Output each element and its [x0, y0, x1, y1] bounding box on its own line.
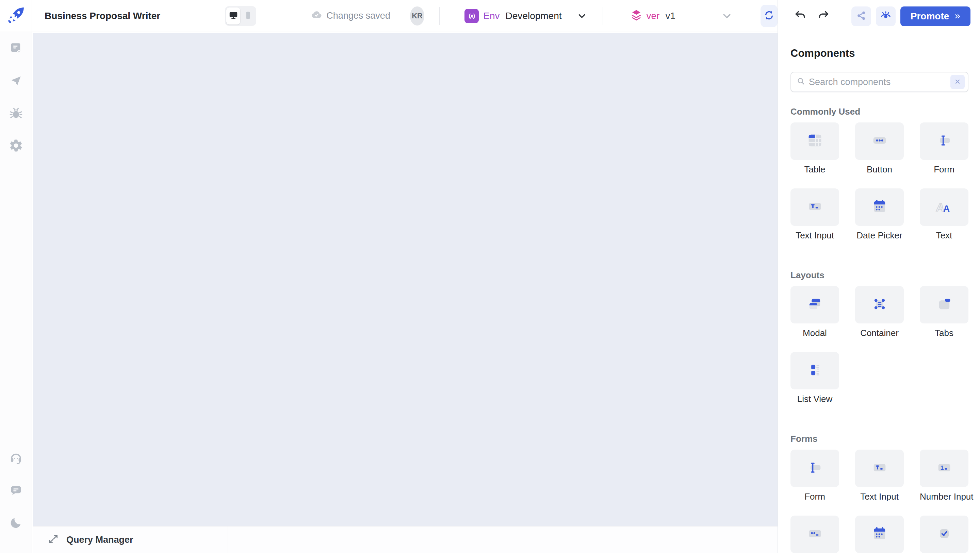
- text-input-icon: [806, 198, 824, 217]
- component-grid-layouts: Modal Container Tabs List View: [791, 286, 968, 404]
- avatar-initials: KR: [412, 11, 423, 21]
- promote-button[interactable]: Promote »: [900, 6, 970, 26]
- component-tile-form-2[interactable]: Form: [791, 450, 839, 502]
- date-picker-icon: [871, 198, 888, 217]
- text-icon: AA: [935, 198, 953, 217]
- environment-label: Env: [483, 11, 500, 21]
- components-panel: Components Commonly Used Table: [778, 32, 980, 553]
- component-tile-text[interactable]: AA Text: [920, 188, 969, 241]
- number-input-icon: 1: [935, 459, 953, 478]
- moon-icon: [10, 516, 22, 531]
- chat-feedback-button[interactable]: [0, 475, 32, 507]
- topbar-center: Business Proposal Writer Changes s: [32, 0, 778, 32]
- search-icon: [796, 76, 806, 88]
- home-logo-button[interactable]: [0, 0, 32, 32]
- query-manager-title: Query Manager: [66, 535, 134, 545]
- component-tile-date-picker[interactable]: Date Picker: [855, 188, 904, 241]
- environment-value: Development: [506, 11, 562, 21]
- mobile-mode-button[interactable]: [241, 8, 255, 24]
- form-icon: [806, 459, 824, 478]
- support-headset-icon: [9, 451, 23, 467]
- left-rail-bottom: [0, 442, 32, 539]
- dark-mode-toggle[interactable]: [0, 507, 32, 539]
- left-rail: [0, 32, 32, 553]
- component-tile-date-picker-2[interactable]: Date Picker: [855, 516, 904, 553]
- version-layers-icon: [629, 8, 643, 24]
- tabs-icon: [935, 295, 953, 314]
- component-tile-modal[interactable]: Modal: [791, 286, 839, 338]
- component-tile-form[interactable]: Form: [920, 122, 969, 175]
- share-icon: [856, 10, 867, 22]
- version-value: v1: [665, 11, 675, 21]
- releases-icon: [9, 74, 23, 89]
- share-button[interactable]: [851, 6, 871, 26]
- list-view-icon: [806, 361, 824, 380]
- undo-button[interactable]: [794, 9, 807, 23]
- component-grid-forms: Form Text Input 1 Number Input Password …: [791, 450, 968, 553]
- component-tile-table[interactable]: Table: [791, 122, 839, 175]
- topbar: Business Proposal Writer Changes s: [0, 0, 980, 32]
- sidebar-item-debug[interactable]: [0, 98, 32, 130]
- close-icon: [953, 77, 962, 87]
- redo-icon: [817, 9, 830, 23]
- component-tile-list-view[interactable]: List View: [791, 352, 839, 404]
- container-icon: [871, 295, 888, 314]
- component-tile-number-input[interactable]: 1 Number Input: [920, 450, 969, 502]
- component-tile-text-input-2[interactable]: Text Input: [855, 450, 904, 502]
- section-title-layouts: Layouts: [791, 270, 968, 281]
- topbar-divider: [603, 7, 603, 25]
- section-title-forms: Forms: [791, 434, 968, 444]
- app-title: Business Proposal Writer: [45, 11, 160, 21]
- redo-button[interactable]: [817, 9, 830, 23]
- topbar-divider: [439, 7, 440, 25]
- form-icon: [935, 132, 953, 151]
- version-selector[interactable]: ver v1: [629, 8, 675, 24]
- environment-selector[interactable]: (x) Env Development: [465, 9, 587, 23]
- desktop-mode-button[interactable]: [226, 8, 240, 24]
- promote-label: Promote: [911, 11, 950, 22]
- component-tile-button[interactable]: Button: [855, 122, 904, 175]
- desktop-monitor-icon: [228, 10, 239, 22]
- refresh-icon: [763, 9, 775, 22]
- topbar-right: Promote »: [778, 0, 980, 32]
- component-tile-container[interactable]: Container: [855, 286, 904, 338]
- save-status-label: Changes saved: [326, 11, 390, 21]
- button-icon: [871, 132, 888, 151]
- component-tile-text-input[interactable]: Text Input: [791, 188, 839, 241]
- environment-icon: (x): [465, 9, 479, 23]
- editor-canvas[interactable]: [33, 33, 778, 526]
- version-label: ver: [646, 11, 660, 21]
- gear-icon: [9, 138, 23, 154]
- device-mode-toggle[interactable]: [225, 6, 256, 26]
- modal-icon: [806, 295, 824, 314]
- avatar[interactable]: KR: [410, 6, 424, 25]
- support-button[interactable]: [0, 442, 32, 475]
- table-icon: [806, 132, 824, 151]
- pages-icon: [9, 41, 23, 57]
- component-tile-checkbox[interactable]: Checkbox: [920, 516, 969, 553]
- sidebar-item-releases[interactable]: [0, 65, 32, 98]
- rocket-logo-icon: [6, 5, 26, 27]
- search-input[interactable]: [809, 77, 950, 87]
- component-tile-tabs[interactable]: Tabs: [920, 286, 969, 338]
- sidebar-item-settings[interactable]: [0, 130, 32, 162]
- chevron-down-icon[interactable]: [576, 10, 588, 22]
- component-search[interactable]: [791, 72, 969, 92]
- version-chevron-down-icon[interactable]: [721, 10, 733, 22]
- sidebar-item-pages[interactable]: [0, 33, 32, 65]
- app-root: Business Proposal Writer Changes s: [0, 0, 980, 553]
- clear-search-button[interactable]: [950, 75, 965, 89]
- chat-bubble-icon: [9, 484, 23, 499]
- query-manager-toggle[interactable]: Query Manager: [33, 526, 228, 553]
- double-chevron-right-icon: »: [955, 10, 960, 21]
- undo-icon: [794, 9, 807, 23]
- checkbox-icon: [935, 525, 953, 544]
- components-panel-title: Components: [791, 47, 968, 59]
- component-tile-password-input[interactable]: Password Input: [791, 516, 839, 553]
- preview-button[interactable]: [876, 6, 896, 26]
- section-title-commonly-used: Commonly Used: [791, 106, 968, 117]
- svg-text:1: 1: [940, 464, 943, 471]
- refresh-button[interactable]: [760, 5, 778, 27]
- svg-text:A: A: [943, 203, 950, 214]
- debug-bug-icon: [9, 106, 23, 122]
